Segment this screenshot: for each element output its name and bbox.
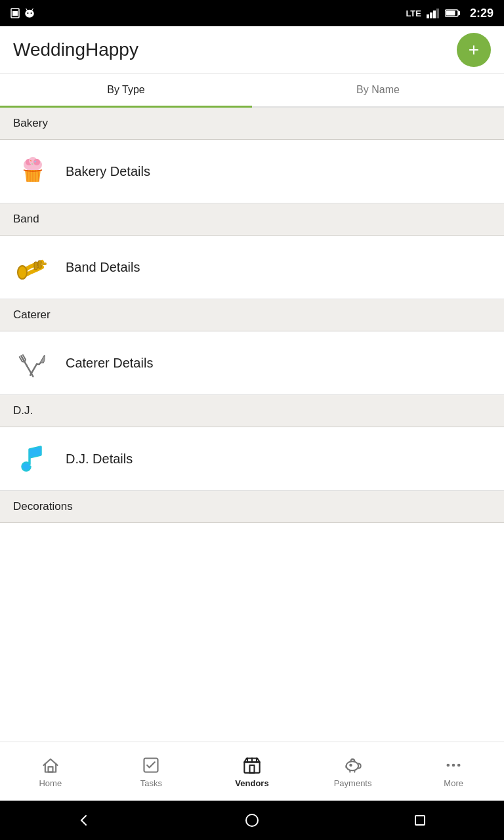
android-nav-bar [0, 801, 504, 840]
svg-rect-27 [34, 262, 37, 270]
app-title: WeddingHappy [13, 39, 138, 60]
svg-point-2 [25, 10, 34, 18]
svg-point-49 [452, 764, 455, 767]
dots-icon [443, 755, 464, 776]
nav-tasks[interactable]: Tasks [101, 742, 202, 801]
tab-by-type[interactable]: By Type [0, 74, 252, 108]
signal-icon [427, 8, 440, 18]
svg-line-6 [32, 9, 33, 10]
lte-indicator: LTE [406, 9, 421, 18]
trumpet-icon [13, 247, 52, 287]
battery-icon [445, 8, 461, 18]
nav-payments[interactable]: Payments [303, 742, 404, 801]
svg-point-3 [27, 12, 28, 14]
section-header-bakery: Bakery [0, 108, 504, 140]
list-item-dj-details[interactable]: D.J. Details [0, 427, 504, 491]
nav-home-label: Home [39, 778, 62, 788]
band-details-label: Band Details [66, 260, 140, 275]
vendor-list: Bakery [0, 108, 504, 742]
svg-point-44 [346, 761, 358, 770]
nav-payments-label: Payments [334, 778, 372, 788]
section-header-dj: D.J. [0, 395, 504, 427]
tabs-container: By Type By Name [0, 74, 504, 108]
cupcake-icon [13, 152, 52, 191]
nav-more[interactable]: More [403, 742, 504, 801]
piggy-bank-icon [343, 755, 364, 776]
add-vendor-button[interactable]: + [457, 33, 491, 67]
music-note-icon [13, 439, 52, 478]
nav-tasks-label: Tasks [140, 778, 162, 788]
dj-details-label: D.J. Details [66, 452, 133, 467]
list-item-caterer-details[interactable]: Caterer Details [0, 331, 504, 395]
svg-rect-28 [38, 261, 41, 268]
svg-rect-7 [427, 14, 429, 18]
list-item-bakery-details[interactable]: Bakery Details [0, 140, 504, 203]
status-icons [10, 8, 35, 18]
check-square-icon [140, 755, 161, 776]
svg-rect-36 [48, 766, 52, 772]
section-header-decorations: Decorations [0, 491, 504, 523]
svg-point-45 [350, 765, 351, 766]
home-icon [40, 755, 61, 776]
bottom-nav: Home Tasks Vendors [0, 742, 504, 801]
tab-by-name[interactable]: By Name [252, 74, 504, 108]
svg-rect-9 [433, 10, 436, 18]
back-button[interactable] [71, 807, 97, 833]
list-item-band-details[interactable]: Band Details [0, 236, 504, 299]
svg-rect-29 [41, 262, 47, 265]
store-icon [242, 755, 262, 776]
nav-more-label: More [444, 778, 463, 788]
svg-rect-1 [12, 11, 18, 16]
android-icon [24, 8, 35, 18]
recents-button[interactable] [407, 807, 433, 833]
svg-rect-13 [446, 11, 455, 16]
section-header-caterer: Caterer [0, 299, 504, 331]
svg-point-50 [457, 764, 461, 767]
svg-point-4 [31, 12, 32, 14]
svg-rect-8 [430, 12, 432, 18]
status-bar: LTE 2:29 [0, 0, 504, 26]
svg-line-5 [26, 9, 28, 10]
nav-vendors[interactable]: Vendors [201, 742, 303, 801]
svg-rect-10 [436, 9, 439, 18]
sim-icon [10, 8, 20, 18]
nav-vendors-label: Vendors [235, 778, 268, 788]
svg-rect-38 [244, 762, 259, 772]
svg-rect-52 [415, 816, 425, 825]
svg-point-51 [246, 814, 258, 826]
clock: 2:29 [470, 7, 494, 20]
nav-home[interactable]: Home [0, 742, 101, 801]
svg-point-35 [22, 463, 30, 470]
home-button[interactable] [239, 807, 265, 833]
section-header-band: Band [0, 203, 504, 236]
app-bar: WeddingHappy + [0, 26, 504, 74]
caterer-details-label: Caterer Details [66, 356, 153, 371]
cutlery-icon [13, 343, 52, 383]
bakery-details-label: Bakery Details [66, 164, 150, 179]
svg-point-48 [447, 764, 450, 767]
svg-rect-12 [458, 11, 460, 15]
svg-rect-40 [249, 765, 254, 773]
